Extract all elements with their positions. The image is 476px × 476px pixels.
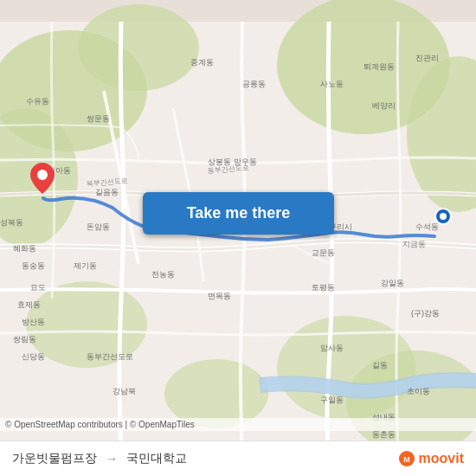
from-label: 가운빗물펌프장 <box>12 451 97 466</box>
svg-text:교문동: 교문동 <box>312 248 335 257</box>
bottom-bar: 가운빗물펌프장 → 국민대학교 M moovit <box>0 441 476 476</box>
svg-text:전농동: 전농동 <box>151 270 175 279</box>
svg-text:공릉동: 공릉동 <box>242 80 266 88</box>
map-attribution: © OpenStreetMap contributors | © OpenMap… <box>0 418 476 431</box>
svg-text:신당동: 신당동 <box>22 352 45 361</box>
moovit-logo-icon: M <box>398 450 415 467</box>
svg-text:수유동: 수유동 <box>26 97 49 106</box>
map-background: 수유동 쌍문동 미아동 길음동 성북동 혜화동 동숭동 묘도 효제동 방산동 쌍… <box>0 0 476 476</box>
svg-text:구일동: 구일동 <box>320 396 344 404</box>
svg-text:토평동: 토평동 <box>312 283 335 292</box>
origin-marker <box>30 163 55 194</box>
svg-text:중계동: 중계동 <box>190 58 214 67</box>
svg-text:동숭동: 동숭동 <box>22 261 45 270</box>
svg-text:쌍림동: 쌍림동 <box>13 335 36 344</box>
svg-text:강일동: 강일동 <box>381 279 404 287</box>
arrow-icon: → <box>106 452 118 466</box>
take-me-there-button[interactable]: Take me there <box>143 192 334 235</box>
svg-text:초이동: 초이동 <box>407 387 430 396</box>
svg-text:길동: 길동 <box>372 361 388 370</box>
svg-text:(구)강동: (구)강동 <box>411 309 440 318</box>
svg-text:동촌동: 동촌동 <box>372 430 396 439</box>
svg-text:쌍문동: 쌍문동 <box>87 114 110 123</box>
svg-text:동부간선도로: 동부간선도로 <box>87 352 133 361</box>
svg-text:제기동: 제기동 <box>74 261 97 270</box>
svg-text:퇴계원동: 퇴계원동 <box>363 62 395 71</box>
svg-point-3 <box>78 4 199 91</box>
svg-text:묘도: 묘도 <box>30 283 46 292</box>
attribution-text: © OpenStreetMap contributors | © OpenMap… <box>5 420 195 429</box>
svg-text:베양리: 베양리 <box>372 101 396 110</box>
svg-text:지금동: 지금동 <box>402 240 426 248</box>
destination-marker <box>434 208 452 225</box>
svg-text:면목동: 면목동 <box>208 292 231 300</box>
route-info: 가운빗물펌프장 → 국민대학교 <box>12 451 398 466</box>
moovit-logo-text: moovit <box>419 451 464 466</box>
svg-text:효제동: 효제동 <box>17 300 41 309</box>
map-container: 수유동 쌍문동 미아동 길음동 성북동 혜화동 동숭동 묘도 효제동 방산동 쌍… <box>0 0 476 476</box>
svg-text:암사동: 암사동 <box>320 344 344 352</box>
svg-text:혜화동: 혜화동 <box>13 244 36 253</box>
to-label: 국민대학교 <box>126 451 187 466</box>
svg-point-51 <box>37 170 48 180</box>
svg-text:돈암동: 돈암동 <box>87 222 110 231</box>
svg-text:방산동: 방산동 <box>22 318 45 326</box>
svg-text:진관리: 진관리 <box>415 54 439 62</box>
svg-text:길음동: 길음동 <box>95 188 119 196</box>
svg-text:성북동: 성북동 <box>0 218 23 227</box>
moovit-logo: M moovit <box>398 450 464 467</box>
svg-text:강남북: 강남북 <box>113 387 136 396</box>
svg-point-53 <box>440 213 447 220</box>
svg-text:사노동: 사노동 <box>320 80 344 88</box>
svg-text:M: M <box>403 455 410 464</box>
